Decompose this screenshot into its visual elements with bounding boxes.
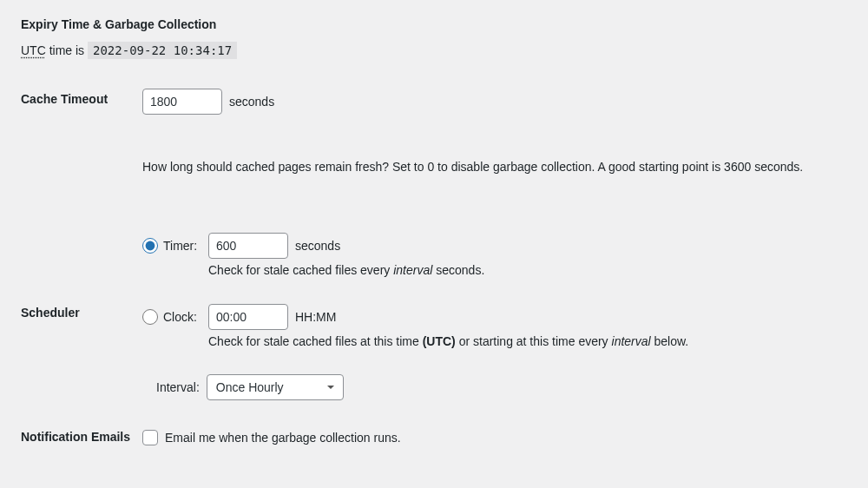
utc-time-is-text: time is bbox=[46, 43, 88, 57]
notification-checkbox-label[interactable]: Email me when the garbage collection run… bbox=[142, 430, 401, 445]
scheduler-clock-unit: HH:MM bbox=[295, 310, 336, 324]
scheduler-interval-row: Interval: Once Hourly bbox=[156, 374, 847, 400]
notification-label: Notification Emails bbox=[21, 418, 142, 465]
scheduler-clock-radio-label[interactable]: Clock: bbox=[142, 309, 201, 325]
scheduler-timer-radio[interactable] bbox=[142, 238, 158, 254]
utc-timestamp: 2022-09-22 10:34:17 bbox=[88, 42, 237, 59]
cache-timeout-unit: seconds bbox=[229, 95, 274, 109]
scheduler-clock-label-text: Clock: bbox=[163, 310, 197, 324]
scheduler-clock-block: Clock: HH:MM Check for stale cached file… bbox=[142, 304, 847, 351]
scheduler-clock-desc: Check for stale cached files at this tim… bbox=[208, 333, 847, 351]
scheduler-interval-label: Interval: bbox=[156, 380, 200, 394]
notification-row: Notification Emails Email me when the ga… bbox=[21, 418, 847, 465]
cache-timeout-input[interactable] bbox=[142, 89, 222, 115]
section-title: Expiry Time & Garbage Collection bbox=[21, 17, 847, 31]
scheduler-interval-select[interactable]: Once Hourly bbox=[207, 374, 344, 400]
notification-checkbox-text: Email me when the garbage collection run… bbox=[165, 431, 401, 445]
scheduler-timer-unit: seconds bbox=[295, 239, 340, 253]
scheduler-timer-block: Timer: seconds Check for stale cached fi… bbox=[142, 233, 847, 280]
cache-timeout-row: Cache Timeout seconds How long should ca… bbox=[21, 83, 847, 228]
scheduler-clock-input[interactable] bbox=[208, 304, 288, 330]
scheduler-clock-radio[interactable] bbox=[142, 309, 158, 325]
scheduler-row: Scheduler Timer: seconds Check for stale… bbox=[21, 228, 847, 418]
scheduler-timer-radio-label[interactable]: Timer: bbox=[142, 238, 201, 254]
scheduler-timer-desc: Check for stale cached files every inter… bbox=[208, 262, 847, 280]
utc-abbr: UTC bbox=[21, 43, 46, 57]
scheduler-timer-input[interactable] bbox=[208, 233, 288, 259]
cache-timeout-help: How long should cached pages remain fres… bbox=[142, 158, 847, 175]
notification-checkbox[interactable] bbox=[142, 430, 158, 445]
cache-timeout-label: Cache Timeout bbox=[21, 83, 142, 228]
scheduler-label: Scheduler bbox=[21, 228, 142, 418]
scheduler-timer-label-text: Timer: bbox=[163, 239, 197, 253]
utc-time-line: UTC time is 2022-09-22 10:34:17 bbox=[21, 43, 847, 57]
